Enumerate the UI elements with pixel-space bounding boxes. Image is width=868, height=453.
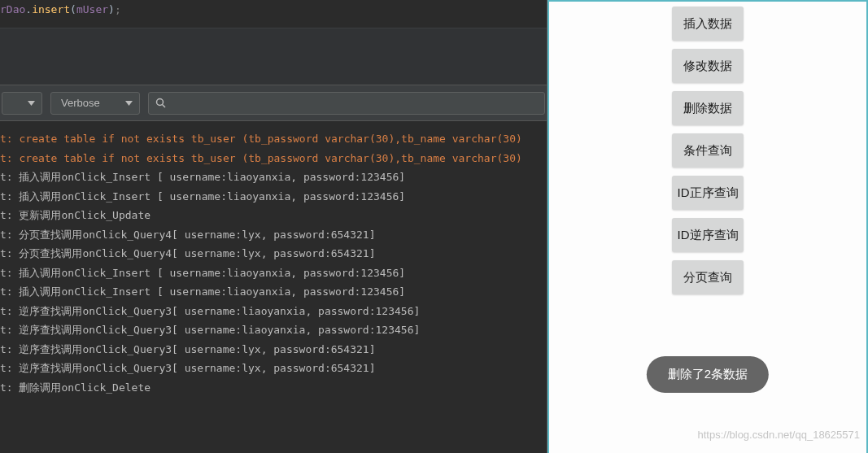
process-dropdown[interactable] (2, 92, 42, 115)
panel-spacer (0, 28, 547, 85)
log-line: t: 插入调用onClick_Insert [ username:liaoyan… (0, 264, 547, 283)
dropdown-label: Verbose (61, 97, 100, 109)
log-line: t: 逆序查找调用onClick_Query3[ username:liaoya… (0, 302, 547, 321)
watermark-text: https://blog.csdn.net/qq_18625571 (698, 429, 861, 441)
log-line: t: 更新调用onClick_Update (0, 206, 547, 225)
svg-line-1 (163, 104, 166, 107)
toast-message: 删除了2条数据 (647, 356, 769, 393)
app-button-5[interactable]: ID逆序查询 (672, 218, 744, 252)
log-line: t: 插入调用onClick_Insert [ username:liaoyan… (0, 282, 547, 302)
app-button-6[interactable]: 分页查询 (672, 260, 744, 294)
logcat-output[interactable]: t: create table if not exists tb_user (t… (0, 121, 547, 453)
svg-point-0 (157, 98, 164, 105)
log-level-dropdown[interactable]: Verbose (50, 92, 140, 115)
code-editor[interactable]: rDao.insert(mUser); (0, 0, 547, 28)
search-icon (155, 98, 167, 109)
log-line: t: 插入调用onClick_Insert [ username:liaoyan… (0, 168, 547, 187)
log-line: t: create table if not exists tb_user (t… (0, 149, 547, 168)
log-line: t: 分页查找调用onClick_Query4[ username:lyx, p… (0, 244, 547, 264)
emulator-screen: 插入数据修改数据删除数据条件查询ID正序查询ID逆序查询分页查询 删除了2条数据… (547, 0, 868, 453)
log-line: t: 删除调用onClick_Delete (0, 378, 547, 398)
chevron-down-icon (28, 101, 35, 106)
app-button-1[interactable]: 修改数据 (672, 49, 744, 83)
log-line: t: 逆序查找调用onClick_Query3[ username:lyx, p… (0, 359, 547, 378)
code-line: rDao.insert(mUser); (0, 2, 547, 17)
app-button-4[interactable]: ID正序查询 (672, 176, 744, 210)
log-line: t: 分页查找调用onClick_Query4[ username:lyx, p… (0, 225, 547, 245)
chevron-down-icon (125, 101, 133, 106)
app-button-2[interactable]: 删除数据 (672, 91, 744, 125)
log-search-input[interactable] (148, 92, 545, 115)
log-line: t: 插入调用onClick_Insert [ username:liaoyan… (0, 187, 547, 207)
log-line: t: create table if not exists tb_user (t… (0, 129, 547, 149)
app-button-0[interactable]: 插入数据 (672, 7, 744, 41)
log-line: t: 逆序查找调用onClick_Query3[ username:liaoya… (0, 320, 547, 340)
app-button-3[interactable]: 条件查询 (672, 133, 744, 168)
log-line: t: 逆序查找调用onClick_Query3[ username:lyx, p… (0, 340, 547, 359)
log-filter-bar: Verbose (0, 85, 547, 121)
ide-panel: rDao.insert(mUser); Verbose t: create ta… (0, 0, 547, 453)
